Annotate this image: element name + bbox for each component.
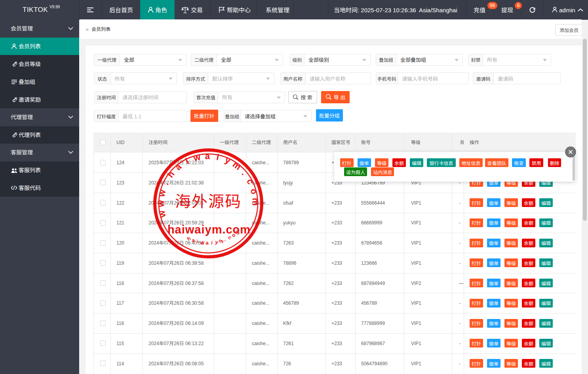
svg-text:a: a xyxy=(205,151,210,161)
svg-text:m: m xyxy=(218,237,224,245)
svg-text:a: a xyxy=(190,237,196,244)
svg-text:w: w xyxy=(200,239,205,246)
svg-text:i: i xyxy=(211,239,213,245)
svg-text:i: i xyxy=(196,239,199,245)
svg-text:w: w xyxy=(156,200,166,207)
svg-text:w: w xyxy=(156,209,168,219)
svg-text:w: w xyxy=(192,152,202,163)
svg-text:海外源码: 海外源码 xyxy=(175,189,242,212)
svg-text:a: a xyxy=(173,161,183,173)
svg-text:o: o xyxy=(248,188,259,195)
svg-text:.: . xyxy=(224,236,227,242)
svg-text:a: a xyxy=(206,240,209,246)
svg-text:i: i xyxy=(215,152,220,162)
svg-text:m: m xyxy=(250,198,261,206)
svg-text:w: w xyxy=(156,188,168,198)
